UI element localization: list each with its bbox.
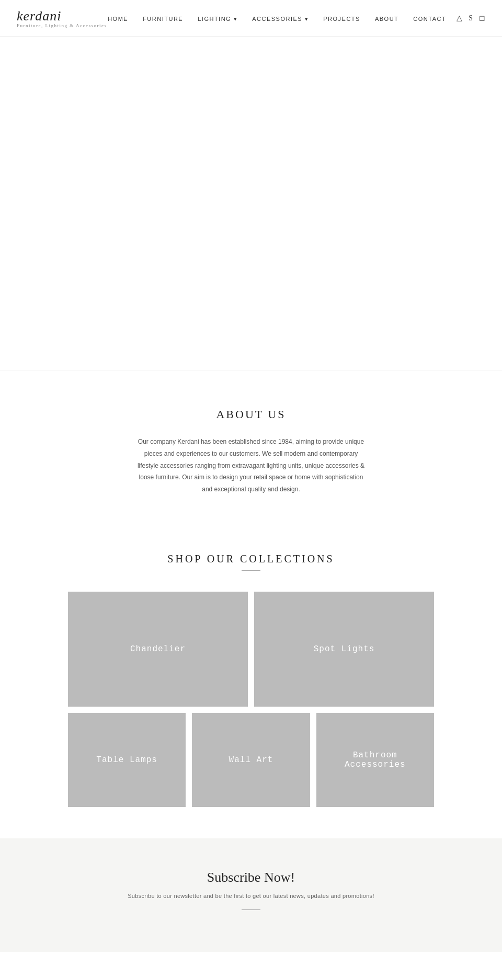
nav-links: HOME FURNITURE LIGHTING ▾ ACCESSORIES ▾ … xyxy=(108,14,446,23)
subscribe-divider xyxy=(242,909,260,910)
table-lamps-label: Table Lamps xyxy=(91,750,163,770)
about-section: ABOUT US Our company Kerdani has been es… xyxy=(0,371,502,527)
spot-lights-label: Spot Lights xyxy=(309,639,380,659)
nav-projects[interactable]: PROJECTS xyxy=(323,16,360,22)
collection-table-lamps[interactable]: Table Lamps xyxy=(68,713,186,807)
nav-contact[interactable]: CONTACT xyxy=(413,16,446,22)
shop-title: SHOP OUR COLLECTIONS xyxy=(21,553,481,565)
logo-text: kerdani xyxy=(17,8,107,24)
nav-about[interactable]: ABOUT xyxy=(375,16,398,22)
chandelier-label: Chandelier xyxy=(125,639,191,659)
logo[interactable]: kerdani Furniture, Lighting & Accessorie… xyxy=(17,8,107,28)
bathroom-accessories-label: Bathroom Accessories xyxy=(316,745,434,775)
search-icon[interactable]: △ xyxy=(457,14,462,22)
subscribe-body: Subscribe to our newsletter and be the f… xyxy=(21,893,481,899)
nav-furniture[interactable]: FURNITURE xyxy=(143,16,183,22)
nav-home[interactable]: HOME xyxy=(108,16,128,22)
subscribe-section: Subscribe Now! Subscribe to our newslett… xyxy=(0,838,502,952)
logo-subtitle: Furniture, Lighting & Accessories xyxy=(17,23,107,28)
subscribe-title: Subscribe Now! xyxy=(21,870,481,885)
collection-wall-art[interactable]: Wall Art xyxy=(192,713,310,807)
nav-accessories[interactable]: ACCESSORIES ▾ xyxy=(252,16,309,22)
collection-spot-lights[interactable]: Spot Lights xyxy=(254,592,434,707)
nav-lighting[interactable]: LIGHTING ▾ xyxy=(198,16,237,22)
collections-top-row: Chandelier Spot Lights xyxy=(68,592,434,707)
shop-divider xyxy=(242,570,260,571)
hero-image xyxy=(0,37,502,371)
collection-bathroom-accessories[interactable]: Bathroom Accessories xyxy=(316,713,434,807)
wall-art-label: Wall Art xyxy=(224,750,279,770)
main-nav: kerdani Furniture, Lighting & Accessorie… xyxy=(0,0,502,37)
collections-bottom-row: Table Lamps Wall Art Bathroom Accessorie… xyxy=(68,713,434,807)
cart-icon[interactable]: ◻ xyxy=(479,14,485,22)
about-title: ABOUT US xyxy=(21,408,481,421)
collections-grid: Chandelier Spot Lights Table Lamps Wall … xyxy=(68,592,434,807)
shop-section: SHOP OUR COLLECTIONS Chandelier Spot Lig… xyxy=(0,527,502,838)
about-body: Our company Kerdani has been established… xyxy=(136,436,366,495)
wishlist-icon[interactable]: S xyxy=(469,14,473,22)
nav-icons: △ S ◻ xyxy=(457,14,485,22)
collection-chandelier[interactable]: Chandelier xyxy=(68,592,248,707)
